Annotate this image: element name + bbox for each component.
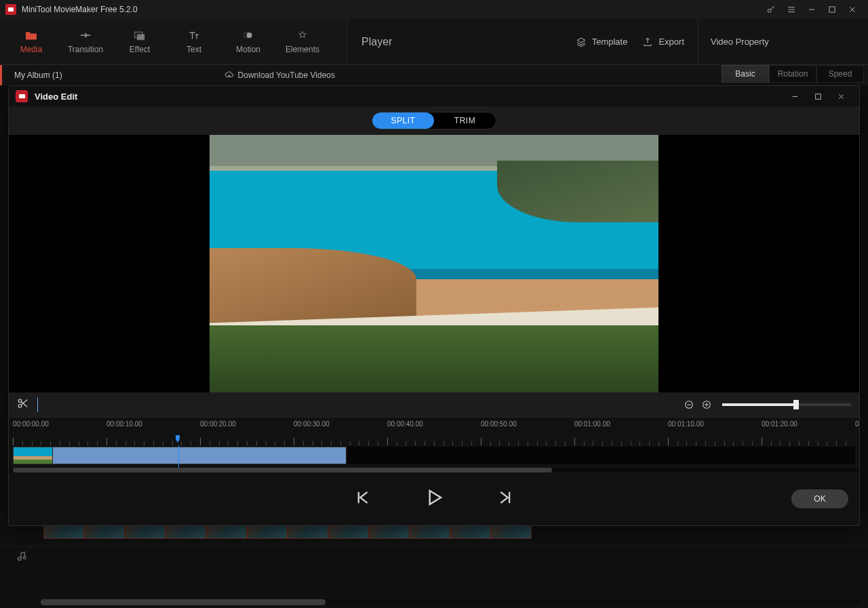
tab-media[interactable]: Media: [4, 22, 58, 62]
mode-trim[interactable]: TRIM: [434, 113, 496, 129]
app-title: MiniTool MovieMaker Free 5.2.0: [22, 5, 138, 14]
app-titlebar: MiniTool MovieMaker Free 5.2.0: [0, 0, 868, 19]
ruler-label: 00:01:10.00: [668, 420, 704, 428]
prop-tab-rotation[interactable]: Rotation: [769, 65, 816, 83]
layers-icon: [576, 37, 587, 47]
effect-icon: [133, 30, 146, 41]
text-icon: [187, 30, 201, 41]
music-track-icon: [15, 551, 27, 566]
ruler-label: 00:00:20.00: [200, 420, 236, 428]
svg-point-9: [18, 405, 22, 408]
tab-label: Effect: [130, 45, 150, 54]
main-toolbar: Media Transition Effect Text Motion Elem…: [0, 19, 868, 65]
clip-segment[interactable]: [13, 447, 347, 464]
clip-track: [9, 445, 859, 468]
template-button[interactable]: Template: [576, 37, 628, 47]
modal-titlebar: Video Edit: [9, 86, 859, 106]
tab-transition[interactable]: Transition: [58, 22, 113, 62]
album-label: My Album (1): [14, 70, 62, 80]
tab-label: Text: [186, 45, 201, 54]
zoom-in-button[interactable]: [700, 398, 713, 411]
svg-point-6: [23, 556, 26, 559]
tab-label: Transition: [68, 45, 103, 54]
split-tools-row: [9, 392, 859, 417]
ruler-label: 00:00:50.00: [481, 420, 517, 428]
modal-logo-icon: [16, 90, 28, 102]
export-icon: [642, 37, 653, 47]
video-property-title: Video Property: [711, 37, 769, 47]
clip-scrollbar[interactable]: [13, 468, 855, 472]
export-label: Export: [658, 37, 684, 47]
elements-icon: [296, 30, 309, 41]
ruler-label: 00:01: [855, 420, 859, 428]
motion-icon: [241, 30, 255, 41]
export-button[interactable]: Export: [642, 37, 684, 47]
prev-frame-button[interactable]: [355, 488, 374, 510]
close-button[interactable]: [842, 0, 863, 19]
split-trim-toggle[interactable]: SPLIT TRIM: [372, 112, 496, 129]
playhead[interactable]: [174, 435, 181, 443]
app-logo-icon: [5, 4, 16, 15]
sub-header-row: My Album (1) Download YouTube Videos Bas…: [0, 65, 868, 85]
modal-minimize-button[interactable]: [783, 86, 806, 106]
clip-thumbnail: [14, 447, 53, 464]
preview-area: [9, 135, 859, 392]
video-preview[interactable]: [210, 135, 658, 392]
next-frame-button[interactable]: [494, 488, 513, 510]
scissors-button[interactable]: [17, 397, 29, 412]
playhead-line: [178, 445, 179, 468]
prop-tab-basic[interactable]: Basic: [722, 65, 769, 83]
ruler-label: 00:00:00.00: [13, 420, 49, 428]
time-ruler[interactable]: 00:00:00.0000:00:10.0000:00:20.0000:00:3…: [9, 417, 859, 445]
tab-label: Elements: [285, 45, 319, 54]
mode-toggle-row: SPLIT TRIM: [9, 106, 859, 135]
tab-label: Motion: [236, 45, 260, 54]
tab-label: Media: [20, 45, 43, 54]
player-panel: Player Template Export: [347, 19, 698, 64]
license-key-icon[interactable]: [761, 0, 781, 19]
player-label: Player: [361, 36, 392, 48]
ruler-label: 00:01:20.00: [762, 420, 797, 428]
clip-empty-region: [347, 447, 855, 464]
ok-button[interactable]: OK: [791, 489, 848, 508]
mode-split[interactable]: SPLIT: [372, 113, 434, 129]
modal-maximize-button[interactable]: [806, 86, 829, 106]
ruler-label: 00:00:30.00: [294, 420, 330, 428]
download-label: Download YouTube Videos: [238, 70, 335, 80]
transition-icon: [79, 30, 92, 41]
download-cloud-icon: [224, 70, 234, 80]
modal-close-button[interactable]: [829, 86, 852, 106]
timeline-scrollbar[interactable]: [41, 599, 860, 605]
svg-point-0: [768, 9, 771, 12]
menu-icon[interactable]: [781, 0, 802, 19]
main-timeline: [0, 513, 868, 608]
folder-icon: [24, 30, 38, 41]
tab-elements[interactable]: Elements: [275, 22, 330, 62]
svg-rect-7: [815, 94, 821, 99]
svg-rect-3: [137, 34, 144, 40]
video-edit-modal: Video Edit SPLIT TRIM 00:00:00.0000:00:1…: [8, 85, 860, 526]
svg-point-8: [18, 399, 22, 403]
template-label: Template: [592, 37, 628, 47]
modal-title: Video Edit: [35, 92, 77, 102]
tab-effect[interactable]: Effect: [113, 22, 167, 62]
playback-controls: OK: [9, 472, 859, 525]
split-marker-indicator: [37, 397, 38, 412]
play-button[interactable]: [424, 487, 444, 510]
zoom-out-button[interactable]: [682, 398, 696, 411]
my-album-header[interactable]: My Album (1) Download YouTube Videos: [0, 65, 347, 85]
tab-text[interactable]: Text: [167, 22, 221, 62]
video-property-header: Video Property: [698, 19, 868, 64]
maximize-button[interactable]: [822, 0, 842, 19]
svg-rect-1: [829, 7, 835, 12]
minimize-button[interactable]: [802, 0, 822, 19]
prop-tab-speed[interactable]: Speed: [816, 65, 864, 83]
zoom-slider[interactable]: [722, 403, 851, 406]
zoom-slider-handle[interactable]: [793, 400, 799, 409]
ruler-label: 00:00:10.00: [106, 420, 142, 428]
download-youtube-link[interactable]: Download YouTube Videos: [224, 70, 335, 80]
tab-motion[interactable]: Motion: [221, 22, 275, 62]
ruler-label: 00:01:00.00: [574, 420, 610, 428]
ruler-label: 00:00:40.00: [387, 420, 423, 428]
